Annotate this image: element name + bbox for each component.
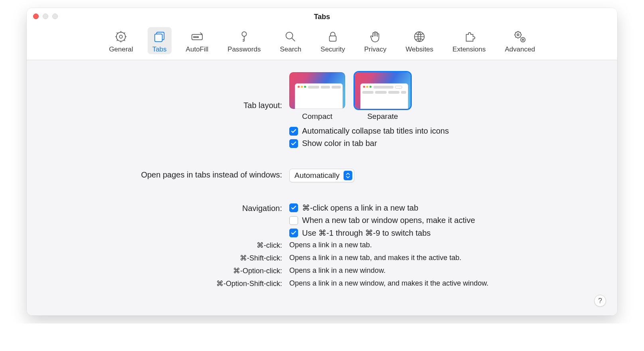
minimize-window-button[interactable] [43, 14, 48, 19]
separate-label: Separate [367, 112, 398, 121]
svg-point-8 [242, 32, 246, 36]
svg-point-7 [197, 37, 198, 38]
gear-icon [114, 30, 128, 44]
checkbox-icon [289, 139, 298, 148]
window-title: Tabs [314, 13, 330, 21]
close-window-button[interactable] [33, 14, 39, 19]
hand-icon [368, 30, 383, 44]
svg-rect-3 [154, 34, 162, 41]
navigation-label: Navigation: [43, 203, 282, 213]
key-icon [237, 30, 251, 44]
svg-point-14 [521, 37, 525, 42]
autofill-icon [190, 30, 204, 44]
svg-point-15 [522, 39, 524, 41]
hint-desc: Opens a link in a new window. [289, 266, 601, 275]
tab-advanced[interactable]: Advanced [500, 27, 540, 54]
dropdown-value: Automatically [294, 171, 340, 180]
hint-keys: ⌘-Shift-click: [43, 254, 282, 262]
puzzle-icon [462, 30, 476, 44]
checkbox-switch-tabs[interactable]: Use ⌘-1 through ⌘-9 to switch tabs [289, 228, 431, 238]
hint-keys: ⌘-click: [43, 241, 282, 250]
open-pages-label: Open pages in tabs instead of windows: [43, 169, 282, 179]
tab-label: Privacy [364, 45, 387, 53]
globe-icon [412, 30, 427, 44]
tab-label: Search [280, 45, 301, 53]
traffic-lights [33, 14, 58, 19]
preferences-toolbar: General Tabs AutoFill Passwords Search S… [27, 26, 617, 60]
hint-keys: ⌘-Option-click: [43, 266, 282, 275]
search-icon [283, 30, 298, 44]
tab-search[interactable]: Search [275, 27, 306, 54]
svg-point-1 [120, 35, 123, 38]
lock-icon [326, 30, 340, 44]
checkbox-icon [289, 229, 298, 237]
titlebar: Tabs General Tabs AutoFill Passwords Sea… [27, 8, 617, 60]
tab-websites[interactable]: Websites [401, 27, 438, 54]
tab-label: AutoFill [186, 45, 209, 53]
preferences-window: Tabs General Tabs AutoFill Passwords Sea… [27, 8, 617, 316]
svg-point-13 [517, 34, 519, 36]
svg-rect-10 [330, 36, 336, 41]
checkbox-label: Automatically collapse tab titles into i… [302, 126, 449, 136]
tab-tabs[interactable]: Tabs [148, 27, 172, 54]
tab-label: Websites [405, 45, 433, 53]
tab-label: Tabs [152, 45, 167, 53]
gears-icon [513, 30, 527, 44]
tab-label: Extensions [452, 45, 486, 53]
svg-point-6 [196, 37, 197, 38]
tab-security[interactable]: Security [316, 27, 350, 54]
checkbox-show-color[interactable]: Show color in tab bar [289, 139, 377, 148]
checkbox-label: When a new tab or window opens, make it … [302, 216, 475, 225]
tab-label: Passwords [227, 45, 261, 53]
hint-desc: Opens a link in a new window, and makes … [289, 279, 601, 288]
tabs-icon [152, 30, 167, 44]
zoom-window-button[interactable] [52, 14, 58, 19]
hint-desc: Opens a link in a new tab, and makes it … [289, 254, 601, 262]
tab-label: General [109, 45, 133, 53]
svg-point-9 [286, 32, 293, 39]
help-button[interactable]: ? [594, 295, 606, 307]
tab-extensions[interactable]: Extensions [448, 27, 490, 54]
checkbox-label: Show color in tab bar [302, 139, 377, 148]
checkbox-label: Use ⌘-1 through ⌘-9 to switch tabs [302, 228, 431, 238]
tab-layout-compact[interactable]: Compact [289, 72, 345, 121]
checkbox-icon [289, 203, 298, 212]
tab-layout-label: Tab layout: [43, 72, 282, 110]
checkbox-make-active[interactable]: When a new tab or window opens, make it … [289, 216, 475, 225]
tab-autofill[interactable]: AutoFill [181, 27, 213, 54]
tab-privacy[interactable]: Privacy [360, 27, 391, 54]
tab-layout-separate[interactable]: Separate [355, 72, 411, 121]
svg-point-5 [194, 37, 195, 38]
checkbox-collapse-titles[interactable]: Automatically collapse tab titles into i… [289, 126, 449, 136]
compact-label: Compact [302, 112, 332, 121]
chevron-updown-icon [344, 171, 352, 180]
checkbox-icon [289, 216, 298, 225]
hint-desc: Opens a link in a new tab. [289, 241, 601, 250]
checkbox-label: ⌘-click opens a link in a new tab [302, 203, 418, 213]
tab-label: Advanced [505, 45, 535, 53]
content-area: Tab layout: Compact [27, 60, 617, 316]
checkbox-cmd-click[interactable]: ⌘-click opens a link in a new tab [289, 203, 418, 213]
open-pages-dropdown[interactable]: Automatically [289, 169, 354, 182]
tab-general[interactable]: General [104, 27, 138, 54]
hint-keys: ⌘-Option-Shift-click: [43, 279, 282, 288]
tab-passwords[interactable]: Passwords [223, 27, 265, 54]
tab-label: Security [320, 45, 345, 53]
checkbox-icon [289, 127, 298, 136]
help-icon: ? [598, 297, 602, 305]
